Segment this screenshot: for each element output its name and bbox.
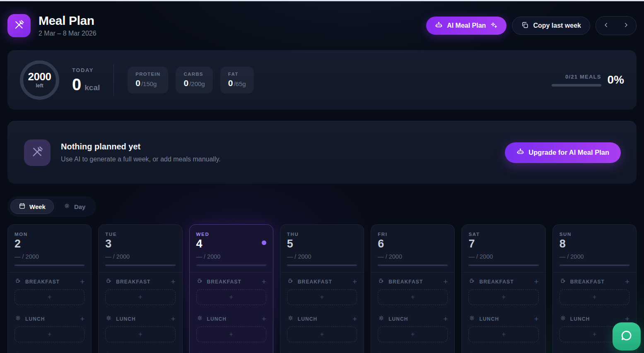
day-progress-bar	[14, 264, 84, 266]
meal-section-breakfast: BREAKFAST + +	[280, 273, 364, 305]
meal-label: BREAKFAST	[298, 279, 332, 285]
coffee-icon	[378, 277, 385, 286]
meal-label: LUNCH	[570, 316, 590, 322]
day-column-thu[interactable]: THU 5 — / 2000 BREAKFAST + + LUNCH + +	[280, 224, 364, 353]
meal-label: BREAKFAST	[207, 279, 241, 285]
meal-plan-app-icon	[7, 14, 31, 37]
next-week-button[interactable]	[616, 17, 637, 35]
day-name: MON	[14, 232, 84, 237]
add-meal-button[interactable]: +	[262, 278, 266, 286]
day-column-wed[interactable]: WED 4 — / 2000 BREAKFAST + + LUNCH + +	[189, 224, 273, 353]
day-date: 5	[287, 238, 357, 250]
empty-state-icon	[24, 139, 51, 166]
day-date: 7	[468, 238, 538, 250]
day-calories: — / 2000	[287, 253, 357, 260]
empty-meal-slot[interactable]: +	[14, 327, 84, 342]
meal-label: BREAKFAST	[25, 279, 60, 285]
meal-section-lunch: LUNCH + +	[462, 310, 545, 342]
meals-progress-bar	[552, 84, 601, 86]
macros-row: PROTEIN 0 /150g CARBS 0 /200g FAT	[128, 67, 253, 94]
empty-meal-slot[interactable]: +	[287, 289, 357, 305]
empty-meal-slot[interactable]: +	[378, 289, 448, 305]
sun-icon	[378, 315, 385, 323]
add-meal-button[interactable]: +	[262, 315, 266, 323]
add-meal-button[interactable]: +	[171, 278, 175, 286]
empty-meal-slot[interactable]: +	[105, 289, 175, 305]
tab-week-label: Week	[29, 203, 46, 210]
meal-section-breakfast: BREAKFAST + +	[553, 273, 636, 305]
day-name: WED	[196, 232, 266, 237]
meal-section-dinner: DINNER + +	[190, 347, 273, 353]
day-meals: BREAKFAST + + LUNCH + + DINNER +	[280, 273, 364, 353]
plus-icon: +	[411, 293, 415, 301]
coffee-icon	[196, 277, 203, 286]
add-meal-button[interactable]: +	[443, 278, 448, 286]
sun-icon	[105, 315, 112, 323]
calories-left-label: left	[36, 83, 43, 89]
empty-state-title: Nothing planned yet	[61, 142, 221, 151]
plus-icon: +	[320, 331, 324, 338]
empty-meal-slot[interactable]: +	[287, 327, 357, 342]
robot-icon	[435, 21, 443, 31]
empty-meal-slot[interactable]: +	[378, 327, 448, 342]
add-meal-button[interactable]: +	[80, 315, 84, 323]
robot-icon	[516, 148, 524, 157]
day-calories: — / 2000	[14, 253, 84, 260]
empty-meal-slot[interactable]: +	[196, 289, 266, 305]
plus-icon: +	[502, 331, 505, 338]
empty-meal-slot[interactable]: +	[468, 327, 538, 342]
add-meal-button[interactable]: +	[80, 278, 84, 286]
add-meal-button[interactable]: +	[443, 315, 448, 323]
macro-label: PROTEIN	[135, 72, 160, 77]
tab-day-view[interactable]: Day	[55, 199, 94, 214]
add-meal-button[interactable]: +	[625, 278, 630, 286]
plus-icon: +	[138, 293, 142, 301]
meal-label: BREAKFAST	[479, 279, 514, 285]
add-meal-button[interactable]: +	[352, 278, 357, 286]
plus-icon: +	[411, 331, 415, 338]
macro-chip-carbs: CARBS 0 /200g	[176, 67, 212, 94]
plus-icon: +	[593, 331, 596, 338]
day-calories: — / 2000	[105, 253, 175, 260]
day-meals: BREAKFAST + + LUNCH + + DINNER +	[371, 273, 454, 353]
add-meal-button[interactable]: +	[352, 315, 357, 323]
plus-icon: +	[138, 331, 142, 338]
chat-support-button[interactable]	[613, 322, 641, 351]
day-column-fri[interactable]: FRI 6 — / 2000 BREAKFAST + + LUNCH + +	[371, 224, 455, 353]
previous-week-button[interactable]	[596, 17, 616, 35]
add-meal-button[interactable]: +	[534, 278, 539, 286]
ai-meal-plan-button[interactable]: AI Meal Plan	[426, 17, 507, 35]
macro-target: /150g	[141, 80, 157, 87]
chevron-right-icon	[622, 22, 630, 30]
plus-icon: +	[320, 293, 324, 301]
utensils-icon	[31, 145, 44, 160]
page-header: Meal Plan 2 Mar – 8 Mar 2026 AI Meal Pla…	[7, 14, 637, 37]
empty-meal-slot[interactable]: +	[14, 289, 84, 305]
sun-icon	[14, 315, 22, 323]
meal-label: LUNCH	[116, 316, 136, 322]
empty-meal-slot[interactable]: +	[105, 327, 175, 342]
copy-last-week-button[interactable]: Copy last week	[512, 17, 590, 35]
today-label: TODAY	[72, 67, 100, 73]
day-name: THU	[287, 232, 357, 237]
empty-meal-slot[interactable]: +	[196, 327, 266, 342]
day-progress-bar	[468, 264, 538, 266]
day-name: SAT	[468, 232, 538, 237]
add-meal-button[interactable]: +	[534, 315, 539, 323]
add-meal-button[interactable]: +	[625, 315, 630, 323]
day-progress-bar	[287, 264, 357, 266]
empty-meal-slot[interactable]: +	[560, 289, 630, 305]
plus-icon: +	[229, 331, 233, 338]
view-toggle: Week Day	[7, 196, 96, 217]
day-column-mon[interactable]: MON 2 — / 2000 BREAKFAST + + LUNCH + +	[7, 224, 92, 353]
day-column-tue[interactable]: TUE 3 — / 2000 BREAKFAST + + LUNCH + +	[98, 224, 182, 353]
upgrade-ai-meal-plan-button[interactable]: Upgrade for AI Meal Plan	[505, 142, 621, 163]
today-kcal-block: TODAY 0 kcal	[72, 67, 100, 93]
meal-section-dinner: DINNER + +	[8, 347, 91, 353]
window-top-edge	[0, 0, 644, 1]
day-column-sat[interactable]: SAT 7 — / 2000 BREAKFAST + + LUNCH + +	[461, 224, 545, 353]
add-meal-button[interactable]: +	[171, 315, 175, 323]
tab-week-view[interactable]: Week	[10, 199, 54, 214]
empty-meal-slot[interactable]: +	[468, 289, 538, 305]
meals-progress-percent: 0%	[608, 73, 624, 86]
